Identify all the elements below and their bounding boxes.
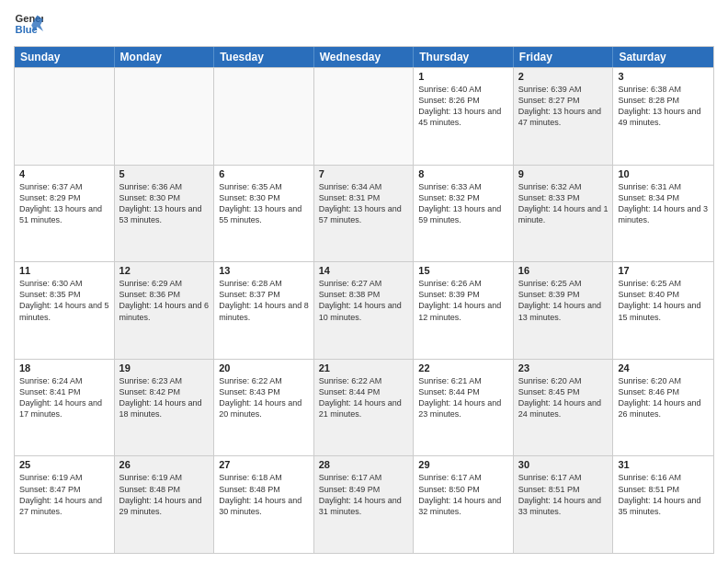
day-number: 13 bbox=[219, 265, 309, 276]
weekday-header-friday: Friday bbox=[514, 47, 614, 67]
day-info: Sunrise: 6:27 AM Sunset: 8:38 PM Dayligh… bbox=[319, 278, 409, 323]
day-number: 20 bbox=[219, 362, 309, 373]
weekday-header-sunday: Sunday bbox=[15, 47, 115, 67]
day-cell-4: 4Sunrise: 6:37 AM Sunset: 8:29 PM Daylig… bbox=[15, 166, 115, 262]
day-number: 3 bbox=[618, 71, 709, 82]
day-info: Sunrise: 6:28 AM Sunset: 8:37 PM Dayligh… bbox=[219, 278, 309, 323]
day-number: 29 bbox=[418, 459, 508, 470]
day-cell-28: 28Sunrise: 6:17 AM Sunset: 8:49 PM Dayli… bbox=[314, 456, 415, 553]
day-info: Sunrise: 6:23 AM Sunset: 8:42 PM Dayligh… bbox=[119, 375, 210, 420]
day-cell-23: 23Sunrise: 6:20 AM Sunset: 8:45 PM Dayli… bbox=[514, 360, 614, 456]
weekday-header-saturday: Saturday bbox=[613, 47, 713, 67]
day-number: 24 bbox=[618, 362, 709, 373]
day-cell-16: 16Sunrise: 6:25 AM Sunset: 8:39 PM Dayli… bbox=[514, 262, 614, 359]
day-info: Sunrise: 6:37 AM Sunset: 8:29 PM Dayligh… bbox=[19, 181, 109, 226]
weekday-header-wednesday: Wednesday bbox=[314, 47, 415, 67]
day-cell-25: 25Sunrise: 6:19 AM Sunset: 8:47 PM Dayli… bbox=[15, 456, 115, 553]
day-info: Sunrise: 6:39 AM Sunset: 8:27 PM Dayligh… bbox=[518, 84, 609, 129]
day-number: 16 bbox=[518, 265, 609, 276]
day-number: 8 bbox=[418, 168, 508, 179]
day-info: Sunrise: 6:19 AM Sunset: 8:48 PM Dayligh… bbox=[119, 472, 210, 517]
day-number: 2 bbox=[518, 71, 609, 82]
header: General Blue bbox=[14, 9, 714, 39]
day-number: 21 bbox=[319, 362, 409, 373]
day-info: Sunrise: 6:18 AM Sunset: 8:48 PM Dayligh… bbox=[219, 472, 309, 517]
day-cell-7: 7Sunrise: 6:34 AM Sunset: 8:31 PM Daylig… bbox=[314, 166, 415, 262]
day-cell-1: 1Sunrise: 6:40 AM Sunset: 8:26 PM Daylig… bbox=[414, 68, 514, 165]
day-cell-22: 22Sunrise: 6:21 AM Sunset: 8:44 PM Dayli… bbox=[414, 360, 514, 456]
day-number: 7 bbox=[319, 168, 409, 179]
day-number: 30 bbox=[518, 459, 609, 470]
day-info: Sunrise: 6:34 AM Sunset: 8:31 PM Dayligh… bbox=[319, 181, 409, 226]
day-cell-13: 13Sunrise: 6:28 AM Sunset: 8:37 PM Dayli… bbox=[214, 262, 314, 359]
day-number: 27 bbox=[219, 459, 309, 470]
day-info: Sunrise: 6:20 AM Sunset: 8:45 PM Dayligh… bbox=[518, 375, 609, 420]
empty-cell-0-3 bbox=[314, 68, 415, 165]
day-cell-29: 29Sunrise: 6:17 AM Sunset: 8:50 PM Dayli… bbox=[414, 456, 514, 553]
day-cell-6: 6Sunrise: 6:35 AM Sunset: 8:30 PM Daylig… bbox=[214, 166, 314, 262]
day-number: 12 bbox=[119, 265, 210, 276]
empty-cell-0-0 bbox=[15, 68, 115, 165]
day-info: Sunrise: 6:22 AM Sunset: 8:43 PM Dayligh… bbox=[219, 375, 309, 420]
day-cell-14: 14Sunrise: 6:27 AM Sunset: 8:38 PM Dayli… bbox=[314, 262, 415, 359]
day-cell-24: 24Sunrise: 6:20 AM Sunset: 8:46 PM Dayli… bbox=[613, 360, 713, 456]
empty-cell-0-2 bbox=[214, 68, 314, 165]
logo: General Blue bbox=[14, 9, 49, 39]
day-cell-31: 31Sunrise: 6:16 AM Sunset: 8:51 PM Dayli… bbox=[613, 456, 713, 553]
day-cell-12: 12Sunrise: 6:29 AM Sunset: 8:36 PM Dayli… bbox=[115, 262, 215, 359]
day-number: 22 bbox=[418, 362, 508, 373]
weekday-header-thursday: Thursday bbox=[414, 47, 514, 67]
day-info: Sunrise: 6:20 AM Sunset: 8:46 PM Dayligh… bbox=[618, 375, 709, 420]
day-number: 23 bbox=[518, 362, 609, 373]
empty-cell-0-1 bbox=[115, 68, 215, 165]
day-number: 25 bbox=[19, 459, 109, 470]
day-number: 28 bbox=[319, 459, 409, 470]
day-cell-2: 2Sunrise: 6:39 AM Sunset: 8:27 PM Daylig… bbox=[514, 68, 614, 165]
day-cell-20: 20Sunrise: 6:22 AM Sunset: 8:43 PM Dayli… bbox=[214, 360, 314, 456]
logo-icon: General Blue bbox=[14, 9, 43, 39]
calendar-header: SundayMondayTuesdayWednesdayThursdayFrid… bbox=[15, 47, 713, 67]
day-info: Sunrise: 6:33 AM Sunset: 8:32 PM Dayligh… bbox=[418, 181, 508, 226]
day-number: 14 bbox=[319, 265, 409, 276]
day-cell-30: 30Sunrise: 6:17 AM Sunset: 8:51 PM Dayli… bbox=[514, 456, 614, 553]
day-info: Sunrise: 6:24 AM Sunset: 8:41 PM Dayligh… bbox=[19, 375, 109, 420]
day-number: 18 bbox=[19, 362, 109, 373]
day-info: Sunrise: 6:25 AM Sunset: 8:40 PM Dayligh… bbox=[618, 278, 709, 323]
calendar-row-3: 18Sunrise: 6:24 AM Sunset: 8:41 PM Dayli… bbox=[15, 359, 713, 456]
day-info: Sunrise: 6:21 AM Sunset: 8:44 PM Dayligh… bbox=[418, 375, 508, 420]
day-cell-17: 17Sunrise: 6:25 AM Sunset: 8:40 PM Dayli… bbox=[613, 262, 713, 359]
calendar-row-1: 4Sunrise: 6:37 AM Sunset: 8:29 PM Daylig… bbox=[15, 165, 713, 262]
day-cell-10: 10Sunrise: 6:31 AM Sunset: 8:34 PM Dayli… bbox=[613, 166, 713, 262]
day-cell-19: 19Sunrise: 6:23 AM Sunset: 8:42 PM Dayli… bbox=[115, 360, 215, 456]
day-info: Sunrise: 6:19 AM Sunset: 8:47 PM Dayligh… bbox=[19, 472, 109, 517]
day-info: Sunrise: 6:17 AM Sunset: 8:51 PM Dayligh… bbox=[518, 472, 609, 517]
day-info: Sunrise: 6:25 AM Sunset: 8:39 PM Dayligh… bbox=[518, 278, 609, 323]
day-info: Sunrise: 6:31 AM Sunset: 8:34 PM Dayligh… bbox=[618, 181, 709, 226]
day-cell-18: 18Sunrise: 6:24 AM Sunset: 8:41 PM Dayli… bbox=[15, 360, 115, 456]
calendar-row-4: 25Sunrise: 6:19 AM Sunset: 8:47 PM Dayli… bbox=[15, 455, 713, 553]
day-info: Sunrise: 6:17 AM Sunset: 8:50 PM Dayligh… bbox=[418, 472, 508, 517]
day-cell-27: 27Sunrise: 6:18 AM Sunset: 8:48 PM Dayli… bbox=[214, 456, 314, 553]
day-cell-15: 15Sunrise: 6:26 AM Sunset: 8:39 PM Dayli… bbox=[414, 262, 514, 359]
day-info: Sunrise: 6:29 AM Sunset: 8:36 PM Dayligh… bbox=[119, 278, 210, 323]
calendar-body: 1Sunrise: 6:40 AM Sunset: 8:26 PM Daylig… bbox=[15, 67, 713, 553]
day-cell-26: 26Sunrise: 6:19 AM Sunset: 8:48 PM Dayli… bbox=[115, 456, 215, 553]
day-cell-9: 9Sunrise: 6:32 AM Sunset: 8:33 PM Daylig… bbox=[514, 166, 614, 262]
day-number: 11 bbox=[19, 265, 109, 276]
day-info: Sunrise: 6:30 AM Sunset: 8:35 PM Dayligh… bbox=[19, 278, 109, 323]
calendar-row-2: 11Sunrise: 6:30 AM Sunset: 8:35 PM Dayli… bbox=[15, 261, 713, 359]
day-number: 19 bbox=[119, 362, 210, 373]
day-cell-8: 8Sunrise: 6:33 AM Sunset: 8:32 PM Daylig… bbox=[414, 166, 514, 262]
day-info: Sunrise: 6:16 AM Sunset: 8:51 PM Dayligh… bbox=[618, 472, 709, 517]
day-number: 4 bbox=[19, 168, 109, 179]
weekday-header-monday: Monday bbox=[115, 47, 215, 67]
calendar-row-0: 1Sunrise: 6:40 AM Sunset: 8:26 PM Daylig… bbox=[15, 67, 713, 165]
day-number: 9 bbox=[518, 168, 609, 179]
day-cell-11: 11Sunrise: 6:30 AM Sunset: 8:35 PM Dayli… bbox=[15, 262, 115, 359]
day-number: 17 bbox=[618, 265, 709, 276]
day-number: 6 bbox=[219, 168, 309, 179]
page: General Blue SundayMondayTuesdayWednesda… bbox=[0, 0, 728, 563]
day-number: 15 bbox=[418, 265, 508, 276]
day-number: 26 bbox=[119, 459, 210, 470]
day-number: 5 bbox=[119, 168, 210, 179]
